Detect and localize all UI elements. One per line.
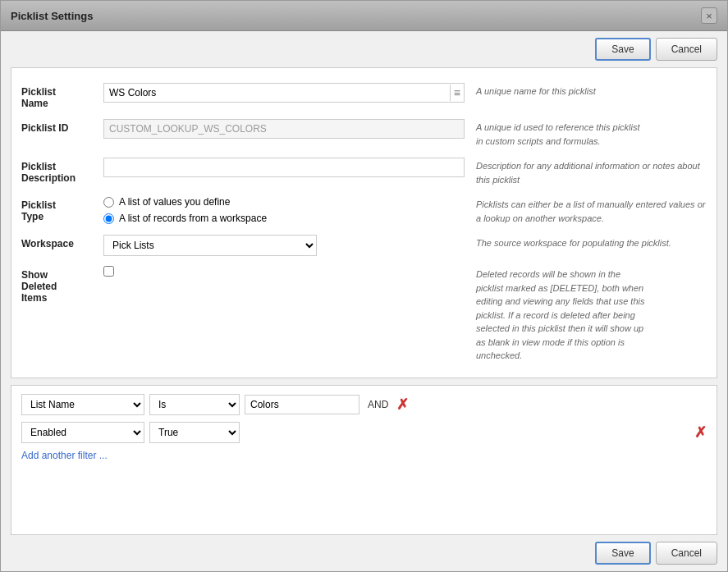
show-deleted-checkbox[interactable] (103, 266, 114, 277)
picklist-id-label: Picklist ID (21, 119, 103, 134)
top-cancel-button[interactable]: Cancel (656, 38, 717, 61)
bottom-toolbar: Save Cancel (1, 535, 727, 571)
filter1-and-label: AND (368, 399, 388, 410)
picklist-type-option2-label: A list of records from a workspace (119, 213, 267, 224)
picklist-name-field[interactable] (104, 84, 450, 102)
add-filter-row: Add another filter ... (21, 450, 707, 461)
picklist-name-row: PicklistName ≡ A unique name for this pi… (11, 78, 717, 114)
picklist-id-row: Picklist ID A unique id used to referenc… (11, 114, 717, 153)
picklist-id-field[interactable] (103, 119, 465, 139)
close-button[interactable]: × (701, 7, 717, 24)
top-save-button[interactable]: Save (595, 38, 650, 61)
filter-row-2: Enabled List Name True False ✗ (21, 422, 707, 443)
picklist-description-input-area (103, 158, 465, 177)
picklist-description-help: Description for any additional informati… (465, 158, 707, 186)
picklist-name-help: A unique name for this picklist (465, 83, 707, 98)
filter2-operator-select[interactable]: True False (149, 422, 240, 443)
picklist-type-row: PicklistType A list of values you define… (11, 191, 717, 230)
dialog-container: Picklist Settings × Save Cancel Picklist… (0, 0, 728, 572)
filter-area: List Name Enabled Is Is Not Contains AND… (11, 385, 717, 536)
picklist-description-field[interactable] (103, 158, 465, 177)
picklist-type-input-area: A list of values you define A list of re… (103, 196, 465, 224)
filter2-delete-button[interactable]: ✗ (694, 425, 707, 440)
picklist-type-option2[interactable]: A list of records from a workspace (103, 213, 465, 224)
bottom-save-button[interactable]: Save (595, 542, 650, 565)
show-deleted-row: ShowDeletedItems Deleted records will be… (11, 261, 717, 368)
show-deleted-label: ShowDeletedItems (21, 266, 103, 304)
picklist-type-radio1[interactable] (103, 197, 114, 208)
picklist-name-input-area: ≡ (103, 83, 465, 103)
picklist-type-help: Picklists can either be a list of manual… (465, 196, 707, 225)
picklist-type-label: PicklistType (21, 196, 103, 222)
workspace-select[interactable]: Pick Lists (103, 235, 317, 256)
filter1-value-input[interactable] (245, 395, 359, 414)
add-filter-link[interactable]: Add another filter ... (21, 450, 108, 461)
picklist-type-option1-label: A list of values you define (119, 196, 230, 208)
show-deleted-checkbox-area (103, 266, 465, 277)
picklist-type-option1[interactable]: A list of values you define (103, 196, 465, 208)
picklist-name-label: PicklistName (21, 83, 103, 109)
picklist-type-radio2[interactable] (103, 213, 114, 224)
dialog-header: Picklist Settings × (1, 1, 727, 31)
workspace-input-area: Pick Lists (103, 235, 465, 256)
picklist-id-help: A unique id used to reference this pickl… (465, 119, 707, 148)
filter2-field-select[interactable]: Enabled List Name (21, 422, 144, 443)
workspace-label: Workspace (21, 235, 103, 249)
filter1-field-select[interactable]: List Name Enabled (21, 394, 144, 415)
picklist-type-radio-group: A list of values you define A list of re… (103, 196, 465, 224)
workspace-row: Workspace Pick Lists The source workspac… (11, 230, 717, 261)
picklist-description-label: PicklistDescription (21, 158, 103, 184)
bottom-cancel-button[interactable]: Cancel (656, 542, 717, 565)
filter1-delete-button[interactable]: ✗ (396, 397, 409, 412)
dialog-title: Picklist Settings (11, 10, 93, 22)
picklist-name-icon: ≡ (450, 85, 464, 101)
picklist-description-row: PicklistDescription Description for any … (11, 153, 717, 191)
top-toolbar: Save Cancel (1, 31, 727, 67)
show-deleted-help: Deleted records will be shown in thepick… (465, 266, 707, 363)
filter-row-1: List Name Enabled Is Is Not Contains AND… (21, 394, 707, 415)
show-deleted-input-area (103, 266, 465, 277)
picklist-id-input-area (103, 119, 465, 139)
workspace-help: The source workspace for populating the … (465, 235, 707, 250)
filter1-operator-select[interactable]: Is Is Not Contains (149, 394, 240, 415)
form-area: PicklistName ≡ A unique name for this pi… (11, 67, 717, 378)
picklist-name-field-wrapper: ≡ (103, 83, 465, 103)
